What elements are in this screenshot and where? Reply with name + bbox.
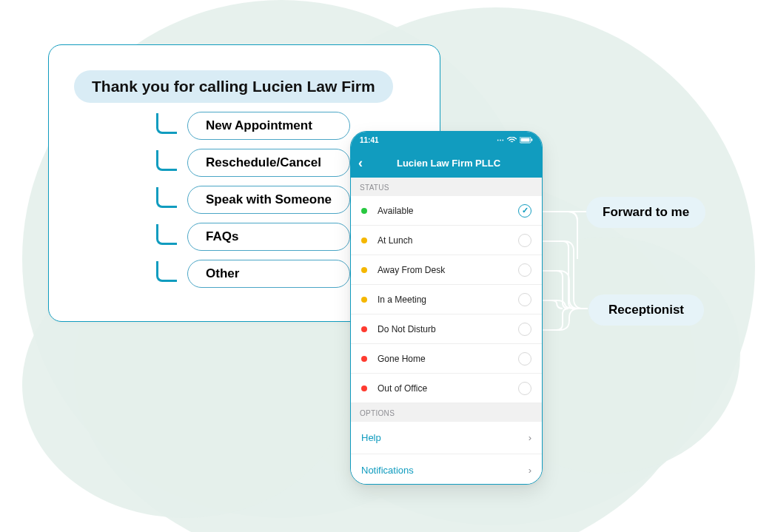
wifi-icon (507, 137, 517, 144)
radio-icon (518, 293, 531, 306)
options-list: Help › Notifications › (351, 422, 542, 485)
radio-icon (518, 263, 531, 277)
tree-connector-icon (156, 187, 177, 208)
menu-item-label: Other (187, 260, 350, 288)
status-dot-icon (361, 385, 367, 391)
tree-connector-icon (156, 150, 177, 171)
routing-connector-lines (542, 192, 588, 340)
menu-item-label: Speak with Someone (187, 186, 350, 214)
phone-mockup: 11:41 ⋯ ‹ Lucien Law Firm PLLC STATUS Av… (350, 131, 543, 485)
status-label: Available (378, 206, 413, 216)
radio-checked-icon: ✓ (518, 204, 531, 218)
status-dot-icon (361, 267, 367, 273)
phone-statusbar: 11:41 ⋯ (351, 132, 542, 148)
menu-item-label: FAQs (187, 223, 350, 251)
menu-item-label: Reschedule/Cancel (187, 149, 350, 177)
status-dot-icon (361, 238, 367, 243)
menu-item-label: New Appointment (187, 112, 350, 140)
menu-item-other[interactable]: Other (156, 260, 350, 288)
menu-item-faqs[interactable]: FAQs (156, 223, 350, 251)
menu-item-new-appointment[interactable]: New Appointment (156, 112, 350, 140)
status-list: Available ✓ At Lunch Away From Desk In a… (351, 196, 542, 403)
radio-icon (518, 352, 531, 366)
routing-forward-pill: Forward to me (586, 197, 705, 228)
status-row-available[interactable]: Available ✓ (351, 196, 542, 226)
option-help[interactable]: Help › (351, 422, 542, 454)
menu-item-reschedule[interactable]: Reschedule/Cancel (156, 149, 350, 177)
svg-rect-7 (531, 138, 533, 141)
status-row-gone-home[interactable]: Gone Home (351, 344, 542, 374)
status-row-at-lunch[interactable]: At Lunch (351, 226, 542, 255)
phone-header: ‹ Lucien Law Firm PLLC (351, 148, 542, 178)
status-dot-icon (361, 208, 367, 214)
ivr-menu-list: New Appointment Reschedule/Cancel Speak … (156, 112, 350, 288)
phone-header-title: Lucien Law Firm PLLC (370, 158, 527, 169)
status-row-away[interactable]: Away From Desk (351, 255, 542, 285)
chevron-right-icon: › (529, 465, 531, 476)
status-label: Away From Desk (378, 265, 445, 275)
routing-receptionist-pill: Receptionist (588, 294, 704, 326)
svg-rect-6 (521, 138, 530, 141)
section-label-status: STATUS (351, 178, 542, 196)
status-row-dnd[interactable]: Do Not Disturb (351, 314, 542, 344)
section-label-options: OPTIONS (351, 403, 542, 422)
greeting-pill: Thank you for calling Lucien Law Firm (74, 70, 393, 103)
tree-connector-icon (156, 261, 177, 282)
signal-icon: ⋯ (497, 136, 504, 144)
tree-connector-icon (156, 113, 177, 134)
option-notifications[interactable]: Notifications › (351, 454, 542, 485)
status-label: Do Not Disturb (378, 324, 436, 334)
status-label: Out of Office (378, 383, 427, 394)
radio-icon (518, 234, 531, 247)
chevron-right-icon: › (529, 432, 531, 443)
status-dot-icon (361, 356, 367, 362)
status-label: In a Meeting (378, 294, 426, 305)
tree-connector-icon (156, 224, 177, 245)
menu-item-speak[interactable]: Speak with Someone (156, 186, 350, 214)
status-dot-icon (361, 326, 367, 332)
battery-icon (520, 137, 533, 144)
phone-clock: 11:41 (360, 136, 379, 144)
status-label: At Lunch (378, 235, 412, 246)
option-label: Notifications (361, 465, 414, 476)
status-label: Gone Home (378, 354, 426, 364)
status-row-out-of-office[interactable]: Out of Office (351, 374, 542, 403)
status-dot-icon (361, 297, 367, 303)
option-label: Help (361, 432, 381, 443)
radio-icon (518, 323, 531, 336)
back-icon[interactable]: ‹ (358, 155, 363, 171)
status-row-meeting[interactable]: In a Meeting (351, 285, 542, 314)
phone-status-icons: ⋯ (497, 136, 533, 144)
radio-icon (518, 382, 531, 395)
